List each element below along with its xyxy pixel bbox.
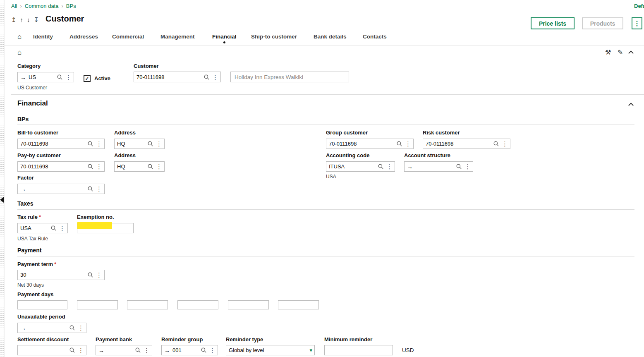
lookup-icon[interactable] xyxy=(87,186,93,192)
more-options-icon[interactable]: ⋮ xyxy=(96,141,102,147)
customer-label: Customer xyxy=(134,63,159,69)
payment-day-input-1[interactable] xyxy=(17,300,67,309)
lookup-icon[interactable] xyxy=(135,347,141,353)
account-structure-field[interactable]: → ⋮ xyxy=(404,161,473,172)
tab-contacts[interactable]: Contacts xyxy=(363,34,387,40)
settlement-discount-field[interactable]: ⋮ xyxy=(17,345,86,355)
more-options-icon[interactable]: ⋮ xyxy=(96,163,102,170)
first-record-icon[interactable]: ↥ xyxy=(11,16,17,24)
active-label: Active xyxy=(94,75,110,81)
factor-field[interactable]: → ⋮ xyxy=(17,184,105,194)
more-options-icon[interactable]: ⋮ xyxy=(386,163,393,170)
lookup-icon[interactable] xyxy=(456,163,462,170)
tab-management[interactable]: Management xyxy=(160,34,195,40)
lookup-icon[interactable] xyxy=(203,74,210,80)
price-lists-button[interactable]: Price lists xyxy=(531,17,575,29)
edit-icon[interactable]: ✎ xyxy=(618,48,623,56)
pay-by-address-value: HQ xyxy=(117,163,147,170)
last-record-icon[interactable]: ↧ xyxy=(34,16,39,24)
accounting-code-field[interactable]: ITUSA ⋮ xyxy=(326,161,395,172)
top-right-link[interactable]: Defa xyxy=(634,3,644,9)
lookup-icon[interactable] xyxy=(69,347,75,353)
collapse-card-icon[interactable] xyxy=(628,50,634,56)
more-options-icon[interactable]: ⋮ xyxy=(144,347,150,353)
group-customer-field[interactable]: 70-0111698 ⋮ xyxy=(326,139,414,149)
customer-code-field[interactable]: 70-0111698 ⋮ xyxy=(134,72,221,82)
lookup-icon[interactable] xyxy=(147,141,153,147)
pay-by-customer-field[interactable]: 70-0111698 ⋮ xyxy=(17,161,105,172)
lookup-icon[interactable] xyxy=(87,163,93,170)
customer-name-field[interactable]: Holiday Inn Express Waikiki xyxy=(230,72,349,82)
payment-day-input-2[interactable] xyxy=(77,300,118,309)
active-checkbox[interactable]: ✓ xyxy=(84,75,91,82)
tab-bank-details[interactable]: Bank details xyxy=(314,34,347,40)
next-record-icon[interactable]: ↓ xyxy=(27,16,30,24)
panel-collapse-handle[interactable] xyxy=(0,197,4,203)
category-field[interactable]: → US ⋮ xyxy=(17,72,74,82)
breadcrumb-common-data[interactable]: Common data xyxy=(25,3,59,9)
payment-day-input-3[interactable] xyxy=(127,300,168,309)
collapsed-nav-strip[interactable] xyxy=(0,0,5,357)
payment-term-field[interactable]: 30 ⋮ xyxy=(17,270,105,280)
lookup-icon[interactable] xyxy=(87,272,93,278)
more-options-icon[interactable]: ⋮ xyxy=(96,272,102,278)
pay-by-address-field[interactable]: HQ ⋮ xyxy=(114,161,165,172)
breadcrumb-bps[interactable]: BPs xyxy=(66,3,76,9)
more-options-icon[interactable]: ⋮ xyxy=(405,141,411,147)
collapse-financial-icon[interactable] xyxy=(628,103,634,108)
reminder-type-dropdown[interactable]: Global by level ▾ xyxy=(226,345,315,355)
more-options-icon[interactable]: ⋮ xyxy=(78,325,84,331)
lookup-icon[interactable] xyxy=(493,141,499,147)
chevron-down-icon[interactable]: ▾ xyxy=(309,347,312,353)
lookup-icon[interactable] xyxy=(396,141,402,147)
breadcrumb-all[interactable]: All xyxy=(11,3,17,9)
payment-day-input-5[interactable] xyxy=(228,300,269,309)
reminder-group-field[interactable]: → 001 ⋮ xyxy=(161,345,218,355)
lookup-icon[interactable] xyxy=(147,163,153,170)
more-options-icon[interactable]: ⋮ xyxy=(65,74,72,80)
payment-day-input-4[interactable] xyxy=(177,300,218,309)
lookup-icon[interactable] xyxy=(50,225,57,231)
bill-to-customer-field[interactable]: 70-0111698 ⋮ xyxy=(17,139,105,149)
lookup-icon[interactable] xyxy=(378,163,384,170)
jump-icon[interactable]: → xyxy=(164,347,170,354)
tax-rule-field[interactable]: USA ⋮ xyxy=(17,223,68,233)
more-options-icon[interactable]: ⋮ xyxy=(464,163,471,170)
tools-icon[interactable]: ⚒ xyxy=(605,48,611,56)
more-options-icon[interactable]: ⋮ xyxy=(59,225,65,231)
jump-icon[interactable]: → xyxy=(20,325,26,331)
tabs-home-icon[interactable]: ⌂ xyxy=(17,33,22,41)
section-home-icon[interactable]: ⌂ xyxy=(17,48,22,57)
more-options-icon[interactable]: ⋮ xyxy=(96,186,102,192)
payment-day-input-6[interactable] xyxy=(278,300,319,309)
more-options-icon[interactable]: ⋮ xyxy=(156,163,162,170)
lookup-icon[interactable] xyxy=(57,74,63,80)
products-button[interactable]: Products xyxy=(582,17,623,29)
unavailable-period-field[interactable]: → ⋮ xyxy=(17,323,86,333)
tab-identity[interactable]: Identity xyxy=(33,34,53,40)
header-more-actions-button[interactable]: ⋮ xyxy=(632,17,642,29)
accounting-code-label: Accounting code xyxy=(326,152,369,158)
jump-icon[interactable]: → xyxy=(407,163,413,170)
payment-bank-field[interactable]: → ⋮ xyxy=(96,345,152,355)
more-options-icon[interactable]: ⋮ xyxy=(502,141,508,147)
jump-icon[interactable]: → xyxy=(98,347,104,354)
lookup-icon[interactable] xyxy=(87,141,93,147)
more-options-icon[interactable]: ⋮ xyxy=(78,347,84,353)
tab-commercial[interactable]: Commercial xyxy=(112,34,144,40)
more-options-icon[interactable]: ⋮ xyxy=(156,141,162,147)
risk-customer-field[interactable]: 70-0111698 ⋮ xyxy=(423,139,510,149)
tab-financial[interactable]: Financial xyxy=(212,34,237,40)
jump-icon[interactable]: → xyxy=(20,186,26,192)
bill-to-address-field[interactable]: HQ ⋮ xyxy=(114,139,165,149)
lookup-icon[interactable] xyxy=(69,325,75,331)
tab-addresses[interactable]: Addresses xyxy=(69,34,98,40)
jump-icon[interactable]: → xyxy=(20,74,26,81)
divider xyxy=(11,94,644,95)
previous-record-icon[interactable]: ↑ xyxy=(20,16,24,24)
tab-ship-to-customer[interactable]: Ship-to customer xyxy=(251,34,297,40)
more-options-icon[interactable]: ⋮ xyxy=(212,74,218,80)
lookup-icon[interactable] xyxy=(201,347,207,353)
more-options-icon[interactable]: ⋮ xyxy=(209,347,215,353)
minimum-reminder-field[interactable] xyxy=(324,345,393,355)
